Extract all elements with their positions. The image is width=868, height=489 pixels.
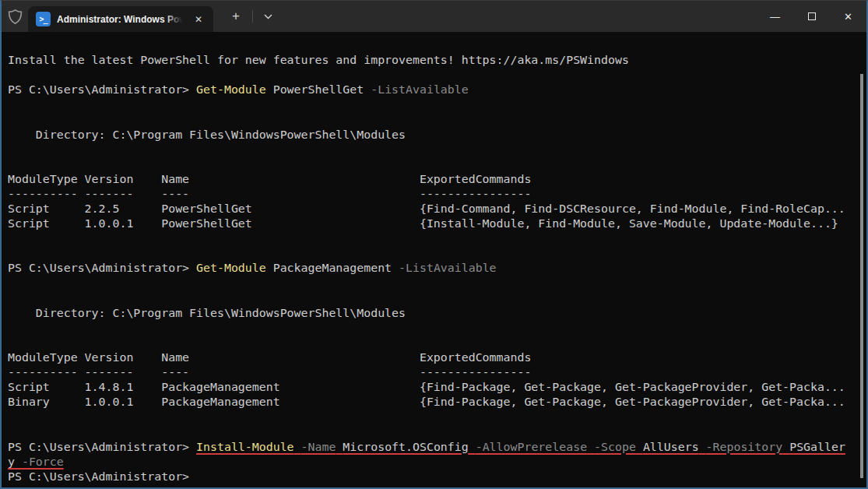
close-button[interactable]: ✕ [830, 1, 866, 32]
terminal-line: Script 1.0.0.1 PowerShellGet {Install-Mo… [8, 216, 866, 231]
plus-icon: + [232, 9, 240, 24]
terminal-line [8, 68, 866, 83]
close-icon: ✕ [195, 14, 202, 25]
tab-title: Administrator: Windows PowerShell [57, 13, 182, 26]
terminal-line: Script 2.2.5 PowerShellGet {Find-Command… [8, 202, 866, 216]
chevron-down-icon [264, 14, 272, 19]
maximize-button[interactable] [793, 1, 830, 32]
terminal-line: Directory: C:\Program Files\WindowsPower… [8, 128, 866, 142]
shield-icon [8, 9, 23, 25]
terminal-line [8, 231, 866, 246]
terminal-line: Directory: C:\Program Files\WindowsPower… [8, 306, 866, 321]
minimize-icon: — [770, 11, 780, 23]
terminal-line: PS C:\Users\Administrator> [8, 470, 866, 484]
terminal-line [8, 321, 866, 336]
terminal-line [8, 97, 866, 112]
terminal-window: >_ Administrator: Windows PowerShell ✕ +… [0, 0, 868, 489]
close-icon: ✕ [844, 11, 852, 23]
titlebar-drag-area [280, 1, 757, 32]
terminal-output[interactable]: Install the latest PowerShell for new fe… [2, 32, 866, 487]
terminal-line [8, 291, 866, 306]
terminal-line: PS C:\Users\Administrator> Install-Modul… [8, 440, 866, 455]
maximize-icon [808, 12, 816, 20]
terminal-line: ModuleType Version Name ExportedCommands [8, 350, 866, 365]
terminal-line [8, 424, 866, 439]
terminal-line [8, 410, 866, 424]
tab-dropdown-button[interactable] [255, 5, 280, 27]
terminal-line: PS C:\Users\Administrator> Get-Module Pa… [8, 261, 866, 276]
new-tab-button[interactable]: + [222, 5, 250, 27]
terminal-line: y -Force [8, 455, 866, 470]
admin-shield-wrap [2, 1, 28, 32]
terminal-line: Script 1.4.8.1 PackageManagement {Find-P… [8, 380, 866, 395]
terminal-line: PS C:\Users\Administrator> Get-Module Po… [8, 83, 866, 97]
terminal-line [8, 336, 866, 350]
scrollbar-thumb[interactable] [860, 74, 863, 478]
titlebar-separator [252, 10, 253, 23]
terminal-line [8, 142, 866, 157]
terminal-line [8, 276, 866, 291]
titlebar: >_ Administrator: Windows PowerShell ✕ +… [2, 1, 866, 32]
terminal-line [8, 112, 866, 127]
terminal-line [8, 157, 866, 172]
terminal-line: ---------- ------- ---- ---------------- [8, 365, 866, 380]
minimize-button[interactable]: — [757, 1, 793, 32]
tab-close-button[interactable]: ✕ [188, 10, 209, 29]
powershell-icon: >_ [36, 12, 51, 26]
terminal-line: ---------- ------- ---- ---------------- [8, 187, 866, 202]
terminal-line [8, 246, 866, 261]
terminal-line: Binary 1.0.0.1 PackageManagement {Find-P… [8, 395, 866, 410]
terminal-line [8, 38, 866, 53]
tab-administrator-powershell[interactable]: >_ Administrator: Windows PowerShell ✕ [28, 6, 213, 32]
terminal-line: Install the latest PowerShell for new fe… [8, 53, 866, 68]
terminal-line: ModuleType Version Name ExportedCommands [8, 172, 866, 187]
